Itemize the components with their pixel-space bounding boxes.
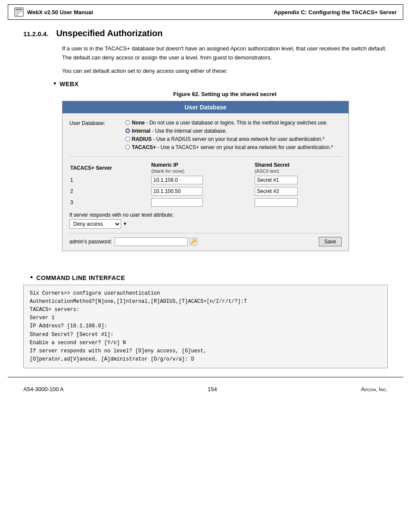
table-row: 2 (70, 186, 341, 196)
header-right: Appendix C: Configuring the TACACS+ Serv… (274, 9, 397, 16)
secret-cell (255, 186, 341, 196)
deny-label: If server responds with no user level at… (69, 212, 342, 218)
footer-right-text: Apcon, Inc. (361, 386, 388, 392)
key-icon: 🔑 (190, 238, 197, 246)
ip-cell (151, 186, 254, 196)
footer-center: 154 (208, 386, 217, 392)
user-database-row: User Database: None - Do not use a user … (69, 119, 342, 156)
secret-input[interactable] (255, 176, 298, 184)
option-internal-text: Internal - Use the internal user databas… (132, 128, 227, 135)
save-button[interactable]: Save (319, 237, 342, 246)
option-radius-text: RADIUS - Use a RADIUS server on your loc… (132, 136, 325, 143)
webx-icon (14, 7, 24, 17)
body-para2: You can set default action set to deny a… (62, 67, 388, 76)
secret-input[interactable] (255, 187, 298, 196)
page-header: WebX v2.50 User Manual Appendix C: Confi… (8, 4, 403, 20)
header-right-text: Appendix C: Configuring the TACACS+ Serv… (274, 9, 397, 16)
secret-cell (255, 175, 341, 185)
option-none[interactable]: None - Do not use a user database or log… (125, 119, 342, 127)
table-row: 3 (70, 197, 341, 208)
password-field: 🔑 (115, 237, 197, 246)
section-heading: 11.2.0.4. Unspecified Authorization (23, 28, 388, 38)
header-left: WebX v2.50 User Manual (14, 7, 93, 17)
table-row: 1 (70, 175, 341, 185)
dropdown-arrow-icon: ▼ (123, 221, 127, 226)
col-ip-header: Numeric IP (blank for none) (151, 162, 254, 174)
header-left-text: WebX v2.50 User Manual (27, 9, 93, 16)
deny-select[interactable]: Deny access (69, 219, 121, 229)
ip-input[interactable] (151, 198, 203, 207)
deny-row: If server responds with no user level at… (69, 212, 342, 229)
option-radius[interactable]: RADIUS - Use a RADIUS server on your loc… (125, 136, 342, 143)
radio-radius[interactable] (125, 137, 130, 141)
footer-right: Apcon, Inc. (361, 386, 388, 392)
radio-tacacs[interactable] (125, 145, 130, 149)
main-content: 11.2.0.4. Unspecified Authorization If a… (0, 20, 411, 268)
server-num-cell: 3 (70, 197, 150, 208)
user-database-options: None - Do not use a user database or log… (125, 119, 342, 152)
footer-left: A54-3000-100 A (23, 386, 64, 392)
server-num-cell: 2 (70, 186, 150, 196)
code-box: Six Corners>> configure userauthenticati… (23, 285, 388, 369)
bullet-cli-label: Command line interface (36, 274, 125, 281)
bullet-dot2: • (30, 274, 33, 281)
admin-left: admin's password: 🔑 (69, 237, 197, 246)
svg-rect-2 (16, 11, 22, 12)
bullet-webx-label: WebX (59, 81, 78, 87)
password-input[interactable] (115, 237, 188, 246)
bullet-webx: • WebX (53, 80, 388, 87)
ip-cell (151, 175, 254, 185)
secret-input[interactable] (255, 198, 298, 207)
admin-row: admin's password: 🔑 Save (69, 233, 342, 246)
ui-body: User Database: None - Do not use a user … (62, 113, 349, 250)
tacacs-table: TACACS+ Server Numeric IP (blank for non… (69, 161, 342, 208)
page-footer: A54-3000-100 A 154 Apcon, Inc. (0, 382, 411, 397)
option-tacacs-text: TACACS+ - Use a TACACS+ server on your l… (132, 144, 333, 151)
col-server-header: TACACS+ Server (70, 162, 150, 174)
ip-input[interactable] (151, 176, 203, 184)
admin-password-label: admin's password: (69, 239, 112, 245)
figure-caption: Figure 62. Setting up the shared secret (62, 91, 388, 97)
deny-select-wrap: Deny access ▼ (69, 219, 342, 229)
bullet-dot: • (53, 80, 56, 87)
option-tacacs[interactable]: TACACS+ - Use a TACACS+ server on your l… (125, 144, 342, 151)
ip-cell (151, 197, 254, 208)
radio-internal[interactable] (125, 128, 130, 133)
user-database-label: User Database: (69, 119, 125, 152)
svg-rect-1 (16, 9, 22, 10)
option-internal[interactable]: Internal - Use the internal user databas… (125, 128, 342, 135)
svg-rect-4 (16, 15, 19, 16)
secret-cell (255, 197, 341, 208)
col-secret-header: Shared Secret (ASCII text) (255, 162, 341, 174)
ui-screenshot-box: User Database User Database: None - Do n… (62, 101, 349, 251)
section-title: Unspecified Authorization (56, 28, 162, 38)
section-number: 11.2.0.4. (23, 30, 48, 37)
radio-none[interactable] (125, 120, 130, 125)
ui-header: User Database (62, 101, 349, 113)
option-none-text: None - Do not use a user database or log… (132, 119, 328, 127)
svg-rect-3 (16, 13, 20, 14)
body-para1: If a user is in the TACACS+ database but… (62, 44, 388, 62)
ip-input[interactable] (151, 187, 203, 196)
footer-divider (8, 377, 403, 377)
bullet-cli: • Command line interface (30, 274, 411, 281)
server-num-cell: 1 (70, 175, 150, 185)
